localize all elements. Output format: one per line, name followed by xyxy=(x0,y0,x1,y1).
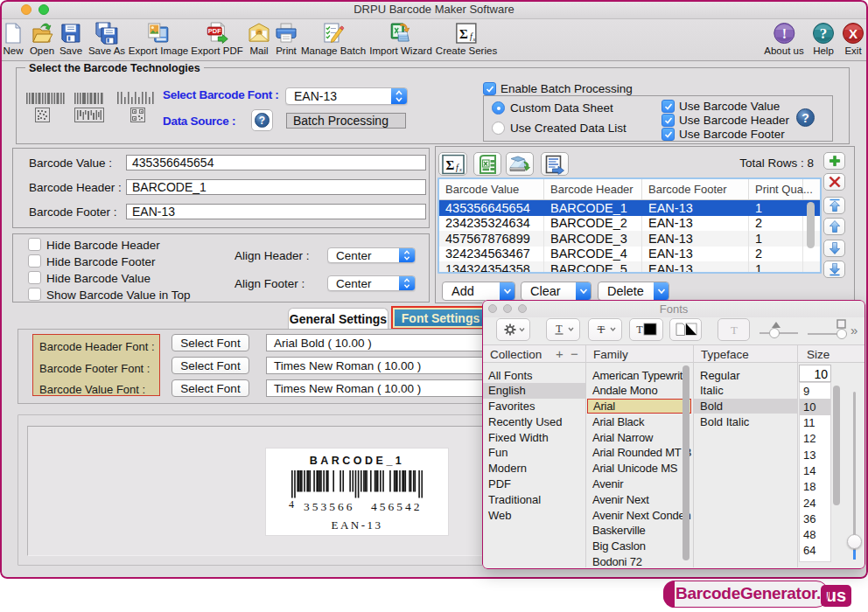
enable-batch-checkbox[interactable] xyxy=(483,82,496,95)
strikethrough-button[interactable]: T xyxy=(588,318,622,341)
toolbar-button-print[interactable]: Print xyxy=(275,22,298,56)
underline-button[interactable]: T xyxy=(546,318,580,341)
size-item-24[interactable]: 24 xyxy=(800,495,830,511)
toolbar-button-export-image[interactable]: Export Image xyxy=(129,22,188,56)
shadow-opacity-slider[interactable] xyxy=(756,320,802,341)
dropdown-stepper[interactable] xyxy=(399,276,415,290)
barcode-footer-input[interactable]: EAN-13 xyxy=(126,204,426,219)
size-item-12[interactable]: 12 xyxy=(800,431,830,447)
table-row[interactable]: 234235324634 BARCODE_2 EAN-13 2 xyxy=(439,216,820,232)
delete-button[interactable]: Delete xyxy=(598,282,669,301)
toolbar-button-exit[interactable]: Exit xyxy=(842,22,864,56)
move-bottom-button[interactable] xyxy=(823,261,845,278)
export-excel-button[interactable] xyxy=(473,152,501,176)
collection-item-fun[interactable]: Fun xyxy=(482,445,585,461)
collection-item-english[interactable]: English xyxy=(482,383,585,399)
family-item-american-typewrite[interactable]: American Typewrite xyxy=(586,367,692,383)
barcode-header-input[interactable]: BARCODE_1 xyxy=(126,179,426,195)
datamatrix-icon[interactable] xyxy=(35,108,50,122)
toolbar-overflow-chevrons[interactable]: » xyxy=(850,323,858,337)
add-dropdown-arrow[interactable] xyxy=(500,282,514,300)
barcode-font-dropdown[interactable]: EAN-13 xyxy=(285,87,408,105)
text-color-button[interactable]: T xyxy=(629,318,663,341)
shadow-button[interactable]: T xyxy=(718,318,750,341)
linear-barcode-icon-2[interactable] xyxy=(74,93,104,104)
toolbar-button-manage-batch[interactable]: Manage Batch xyxy=(301,22,366,56)
size-item-14[interactable]: 14 xyxy=(800,462,830,478)
collection-item-web[interactable]: Web xyxy=(482,507,585,523)
add-button[interactable]: Add xyxy=(442,282,515,301)
size-item-36[interactable]: 36 xyxy=(800,511,830,526)
clear-dropdown-arrow[interactable] xyxy=(576,282,591,300)
pdf417-icon[interactable] xyxy=(74,108,104,122)
toolbar-button-help[interactable]: Help xyxy=(812,22,835,56)
typeface-item-regular[interactable]: Regular xyxy=(694,367,797,383)
align-footer-dropdown[interactable]: Center xyxy=(327,275,416,291)
family-item-bodoni-72[interactable]: Bodoni 72 xyxy=(586,554,692,569)
use-barcode-value-checkbox[interactable] xyxy=(662,100,675,113)
batch-table[interactable]: Barcode Value Barcode Header Barcode Foo… xyxy=(438,177,822,274)
collection-item-modern[interactable]: Modern xyxy=(482,461,585,476)
toolbar-button-export-pdf[interactable]: Export PDF xyxy=(191,22,242,56)
move-down-button[interactable] xyxy=(823,240,845,257)
export-doc-button[interactable] xyxy=(541,152,569,176)
size-item-13[interactable]: 13 xyxy=(800,447,830,462)
select-value-font-button[interactable]: Select Font xyxy=(172,379,249,397)
delete-row-button[interactable] xyxy=(823,173,845,191)
option-checkbox[interactable] xyxy=(28,254,41,268)
barcode-value-input[interactable]: 435356645654 xyxy=(126,155,426,170)
toolbar-button-import-wizard[interactable]: Import Wizard xyxy=(369,22,432,56)
select-header-font-button[interactable]: Select Font xyxy=(172,334,249,351)
family-item-arial[interactable]: Arial xyxy=(587,399,691,414)
create-series-table-button[interactable] xyxy=(438,152,467,176)
collection-item-fixed-width[interactable]: Fixed Width xyxy=(482,429,585,445)
clear-button[interactable]: Clear xyxy=(521,282,592,301)
option-checkbox[interactable] xyxy=(28,238,41,251)
size-scrollbar[interactable] xyxy=(833,386,840,505)
font-actions-gear-button[interactable] xyxy=(496,318,530,341)
family-item-arial-black[interactable]: Arial Black xyxy=(586,414,692,429)
dropdown-stepper[interactable] xyxy=(399,248,415,262)
shadow-blur-slider[interactable] xyxy=(804,318,850,341)
family-scrollbar[interactable] xyxy=(682,365,690,560)
family-item-arial-narrow[interactable]: Arial Narrow xyxy=(586,429,692,445)
add-row-button[interactable] xyxy=(823,152,845,170)
option-checkbox[interactable] xyxy=(28,288,41,301)
table-scrollbar[interactable] xyxy=(807,202,815,248)
size-item-10[interactable]: 10 xyxy=(800,399,830,414)
linear-barcode-icon-3[interactable] xyxy=(117,92,154,104)
size-item-64[interactable]: 64 xyxy=(800,543,830,559)
align-header-dropdown[interactable]: Center xyxy=(327,247,416,263)
size-item-11[interactable]: 11 xyxy=(800,415,830,431)
batch-help-button[interactable]: ? xyxy=(796,108,815,127)
family-item-avenir[interactable]: Avenir xyxy=(586,476,692,492)
select-footer-font-button[interactable]: Select Font xyxy=(172,357,249,374)
table-row[interactable]: 324234563467 BARCODE_4 EAN-13 2 xyxy=(439,247,820,262)
delete-dropdown-arrow[interactable] xyxy=(654,282,668,300)
document-color-button[interactable] xyxy=(669,318,702,341)
move-top-button[interactable] xyxy=(823,197,845,214)
toolbar-button-mail[interactable]: Mail xyxy=(248,22,270,56)
option-checkbox[interactable] xyxy=(28,271,41,284)
custom-data-sheet-radio[interactable] xyxy=(492,101,505,115)
family-item-avenir-next-conden[interactable]: Avenir Next Conden xyxy=(586,507,692,523)
table-row[interactable]: 457567876899 BARCODE_3 EAN-13 1 xyxy=(439,231,820,247)
collection-item-all-fonts[interactable]: All Fonts xyxy=(482,367,585,383)
family-item-baskerville[interactable]: Baskerville xyxy=(586,523,692,539)
size-item-9[interactable]: 9 xyxy=(800,383,830,399)
use-created-data-list-radio[interactable] xyxy=(492,122,505,135)
toolbar-button-save-as[interactable]: Save As xyxy=(88,22,125,56)
family-item-big-caslon[interactable]: Big Caslon xyxy=(586,539,692,554)
family-item-andale-mono[interactable]: Andale Mono xyxy=(586,383,692,399)
collection-item-pdf[interactable]: PDF xyxy=(482,476,585,492)
data-source-help-button[interactable]: ? xyxy=(255,113,270,128)
family-item-arial-unicode-ms[interactable]: Arial Unicode MS xyxy=(586,461,692,476)
typeface-item-italic[interactable]: Italic xyxy=(694,383,797,399)
toolbar-button-open[interactable]: Open xyxy=(30,22,54,56)
family-item-avenir-next[interactable]: Avenir Next xyxy=(586,491,692,507)
collection-item-favorites[interactable]: Favorites xyxy=(482,399,585,414)
remove-collection-button[interactable]: − xyxy=(570,346,578,361)
size-slider-knob[interactable] xyxy=(847,534,862,549)
typeface-item-bold[interactable]: Bold xyxy=(694,399,797,414)
column-header[interactable]: Barcode Value xyxy=(439,179,544,199)
